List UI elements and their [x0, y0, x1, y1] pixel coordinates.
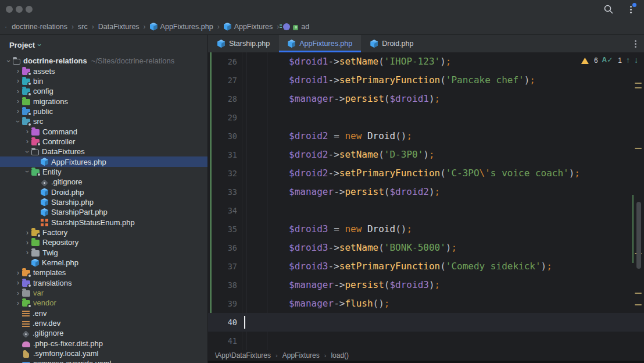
tab-options-kebab-icon[interactable] — [633, 38, 639, 49]
tree-item-.gitignore[interactable]: .gitignore — [0, 328, 208, 338]
code-editor[interactable]: 26 $droid1->setName('IHOP-123');27 $droi… — [208, 52, 644, 350]
tree-item-Twig[interactable]: ›Twig — [0, 248, 208, 258]
git-icon — [22, 330, 30, 338]
tree-item-src[interactable]: ›src — [0, 116, 208, 126]
tree-item-assets[interactable]: ›assets — [0, 66, 208, 76]
tree-item-migrations[interactable]: ›migrations — [0, 96, 208, 106]
chevron-collapsed-icon[interactable]: › — [23, 128, 31, 135]
tree-item-.env.dev[interactable]: .env.dev — [0, 318, 208, 328]
tree-item-templates[interactable]: ›templates — [0, 268, 208, 277]
tree-item-DataFixtures[interactable]: ›DataFixtures — [0, 147, 208, 156]
previous-problem-arrow-icon[interactable]: ↑ — [626, 56, 630, 65]
tree-item-.env[interactable]: .env — [0, 308, 208, 318]
chevron-collapsed-icon[interactable]: › — [14, 67, 22, 74]
chevron-collapsed-icon[interactable]: › — [14, 108, 22, 115]
code-line-36[interactable]: 36 $droid3->setName('BONK-5000'); — [208, 239, 644, 257]
tree-item-Kernel.php[interactable]: Kernel.php — [0, 258, 208, 268]
tree-item-compose.override.yaml[interactable]: compose.override.yaml — [0, 358, 208, 363]
tree-item-vendor[interactable]: ›vendor — [0, 298, 208, 308]
code-line-41[interactable]: 41 — [208, 332, 644, 350]
maximize-window-button[interactable] — [26, 6, 33, 13]
editor-breadcrumb-item[interactable]: \App\DataFixtures — [215, 351, 271, 360]
tree-item-public[interactable]: ›public — [0, 106, 208, 116]
chevron-collapsed-icon[interactable]: › — [14, 290, 22, 297]
tree-item-label: .gitignore — [51, 177, 82, 186]
tree-item-Repository[interactable]: ›Repository — [0, 237, 208, 247]
chevron-expanded-icon[interactable]: › — [15, 118, 22, 126]
tab-AppFixtures.php[interactable]: AppFixtures.php — [279, 35, 361, 52]
breadcrumb-item[interactable]: doctrine-relations — [12, 23, 67, 31]
tree-item-bin[interactable]: ›bin — [0, 76, 208, 86]
chevron-collapsed-icon[interactable]: › — [14, 77, 22, 84]
folder-icon — [22, 290, 30, 297]
code-line-38[interactable]: 38 $manager->persist($droid3); — [208, 276, 644, 294]
tree-item-Starship.php[interactable]: Starship.php — [0, 197, 208, 207]
chevron-collapsed-icon[interactable]: › — [14, 88, 22, 95]
tree-item-.php-cs-fixer.dist.php[interactable]: .php-cs-fixer.dist.php — [0, 339, 208, 348]
folder-badge — [27, 122, 31, 126]
warning-stripe-mark[interactable] — [635, 87, 642, 88]
chevron-expanded-icon[interactable]: › — [24, 148, 31, 156]
chevron-collapsed-icon[interactable]: › — [14, 98, 22, 105]
tab-Starship.php[interactable]: Starship.php — [209, 35, 278, 52]
breadcrumb-item[interactable]: src — [78, 23, 88, 31]
chevron-collapsed-icon[interactable]: › — [23, 138, 31, 145]
code-line-26[interactable]: 26 $droid1->setName('IHOP-123'); — [208, 52, 644, 71]
scrollbar-thumb[interactable] — [636, 202, 641, 269]
tree-item-config[interactable]: ›config — [0, 86, 208, 96]
tree-item-Droid.php[interactable]: Droid.php — [0, 187, 208, 197]
editor-breadcrumb-item[interactable]: load() — [331, 351, 349, 360]
tree-item-StarshipStatusEnum.php[interactable]: StarshipStatusEnum.php — [0, 218, 208, 227]
warning-stripe-mark[interactable] — [635, 83, 642, 84]
tree-item-.gitignore[interactable]: .gitignore — [0, 177, 208, 187]
chevron-collapsed-icon[interactable]: › — [14, 279, 22, 286]
code-line-27[interactable]: 27 $droid1->setPrimaryFunction('Pancake … — [208, 71, 644, 90]
code-line-35[interactable]: 35 $droid3 = new Droid(); — [208, 220, 644, 239]
next-problem-arrow-icon[interactable]: ↓ — [634, 56, 638, 65]
breadcrumb-item[interactable]: AppFixtures.php — [150, 23, 213, 31]
tree-item-.symfony.local.yaml[interactable]: .symfony.local.yaml — [0, 348, 208, 358]
kebab-menu-icon[interactable] — [627, 4, 635, 15]
code-line-32[interactable]: 32 $droid2->setPrimaryFunction('C-3PO\'s… — [208, 164, 644, 183]
tree-item-var[interactable]: ›var — [0, 288, 208, 298]
tree-item-StarshipPart.php[interactable]: StarshipPart.php — [0, 207, 208, 217]
error-stripe[interactable] — [631, 52, 644, 350]
token: $manager — [289, 186, 334, 197]
tab-Droid.php[interactable]: Droid.php — [362, 35, 422, 52]
chevron-expanded-icon[interactable]: › — [5, 57, 12, 65]
search-icon[interactable] — [603, 4, 614, 15]
chevron-collapsed-icon[interactable]: › — [23, 229, 31, 236]
chevron-collapsed-icon[interactable]: › — [23, 249, 31, 256]
chevron-collapsed-icon[interactable]: › — [14, 300, 22, 307]
code-line-29[interactable]: 29 — [208, 108, 644, 127]
code-line-37[interactable]: 37 $droid3->setPrimaryFunction('Comedy s… — [208, 257, 644, 276]
warning-stripe-mark[interactable] — [635, 293, 642, 294]
chevron-collapsed-icon[interactable]: › — [14, 269, 22, 276]
close-window-button[interactable] — [6, 6, 13, 13]
code-line-39[interactable]: 39 $manager->flush(); — [208, 294, 644, 313]
minimize-window-button[interactable] — [16, 6, 23, 13]
tree-item-Factory[interactable]: ›Factory — [0, 227, 208, 237]
code-line-31[interactable]: 31 $droid2->setName('D-3P0'); — [208, 145, 644, 164]
breadcrumb-item[interactable]: ad — [283, 23, 309, 31]
project-panel-header[interactable]: Project › — [0, 35, 207, 55]
breadcrumb-item[interactable]: AppFixtures — [224, 23, 273, 31]
tree-item-translations[interactable]: ›translations — [0, 278, 208, 288]
warning-stripe-mark[interactable] — [635, 304, 642, 305]
chevron-expanded-icon[interactable]: › — [24, 168, 31, 176]
tree-item-doctrine-relations[interactable]: ›doctrine-relations~/Sites/doctrine-rela… — [0, 56, 208, 66]
editor-breadcrumb-item[interactable]: AppFixtures — [282, 351, 320, 360]
chevron-collapsed-icon[interactable]: › — [23, 239, 31, 246]
warning-stripe-mark[interactable] — [635, 148, 642, 149]
code-line-28[interactable]: 28 $manager->persist($droid1); — [208, 90, 644, 108]
inspections-widget[interactable]: 6 A✓1 ↑ ↓ — [581, 56, 638, 65]
code-line-40[interactable]: 40 — [208, 313, 644, 332]
tree-item-Controller[interactable]: ›Controller — [0, 137, 208, 147]
tree-item-AppFixtures.php[interactable]: AppFixtures.php — [0, 156, 208, 166]
code-line-33[interactable]: 33 $manager->persist($droid2); — [208, 183, 644, 201]
breadcrumb-item[interactable]: DataFixtures — [98, 23, 139, 31]
code-line-34[interactable]: 34 — [208, 201, 644, 220]
tree-item-Entity[interactable]: ›Entity — [0, 167, 208, 177]
code-line-30[interactable]: 30 $droid2 = new Droid(); — [208, 127, 644, 145]
tree-item-Command[interactable]: ›Command — [0, 126, 208, 136]
